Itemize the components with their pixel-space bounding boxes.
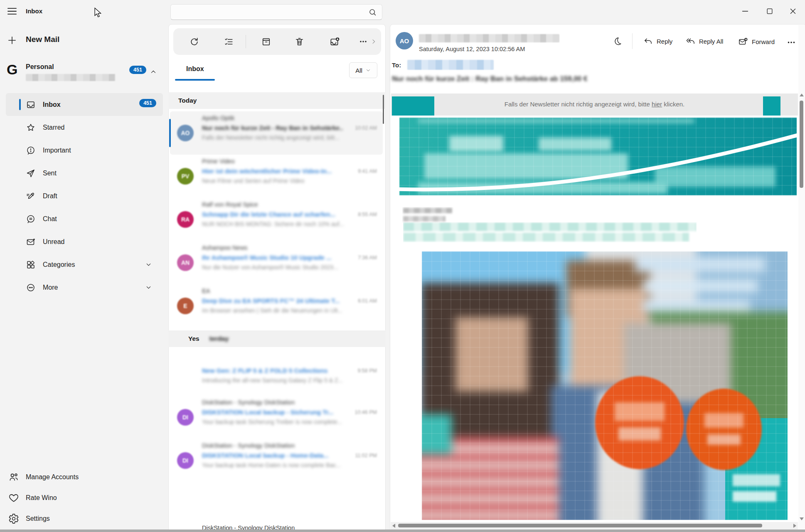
delete-button[interactable] <box>291 33 308 50</box>
select-mode-button[interactable] <box>220 33 237 50</box>
avatar: AO <box>177 125 194 141</box>
email-subject: DISKSTATION Local backup - Home-Data... <box>202 452 343 459</box>
email-subject: Hier ist dein wöchentlicher Prime Video-… <box>202 167 343 175</box>
draft-pencil-icon <box>26 191 36 201</box>
sidebar-item-categories[interactable]: Categories <box>6 253 163 276</box>
email-row[interactable]: DI DiskStation - Synology DiskStation DI… <box>170 396 383 439</box>
actions-divider <box>632 33 633 49</box>
account-unread-badge: 451 <box>129 66 146 74</box>
reply-all-button[interactable]: Reply All <box>686 37 723 46</box>
inbox-unread-badge: 451 <box>139 99 156 107</box>
scroll-left-arrow[interactable] <box>392 524 395 528</box>
email-row[interactable]: E EA Deep Dive zu EA SPORTS FC™ 24 Ultim… <box>170 284 383 328</box>
close-button[interactable] <box>783 3 803 20</box>
horizontal-scrollbar[interactable] <box>391 522 798 530</box>
scroll-up-arrow[interactable] <box>800 94 804 96</box>
minimize-button[interactable] <box>736 3 755 20</box>
sidebar-item-important[interactable]: Important <box>6 139 163 162</box>
email-sender: Ashampoo News <box>202 244 352 251</box>
maximize-button[interactable] <box>760 3 779 20</box>
mark-read-button[interactable] <box>326 33 343 50</box>
notice-text: Falls der Newsletter nicht richtig angez… <box>391 101 798 108</box>
sidebar-item-inbox[interactable]: Inbox 451 <box>6 93 163 116</box>
reply-button[interactable]: Reply <box>643 37 672 46</box>
archive-button[interactable] <box>258 33 274 50</box>
avatar: RA <box>177 211 194 228</box>
dark-mode-toggle[interactable] <box>613 37 622 46</box>
email-time: 8:55 AM <box>358 212 377 217</box>
refresh-button[interactable] <box>186 33 202 50</box>
email-sender: DiskStation - Synology DiskStation <box>202 399 352 406</box>
notice-link[interactable]: hier <box>652 101 662 108</box>
email-subject: New Gen: Z FLIP 5 & Z FOLD 5 Collections <box>202 367 343 374</box>
settings-button[interactable]: Settings <box>0 509 166 529</box>
filter-dropdown[interactable]: All <box>349 62 377 78</box>
chevron-down-icon[interactable] <box>145 261 152 268</box>
mouse-cursor <box>94 7 103 18</box>
sidebar-item-sent[interactable]: Sent <box>6 162 163 185</box>
chevron-down-icon[interactable] <box>145 284 152 291</box>
sidebar-item-label: Draft <box>43 192 57 200</box>
app-window: Inbox New Mail G Personal 451 Inbox 451 … <box>0 0 805 532</box>
email-subject: Deep Dive zu EA SPORTS FC™ 24 Ultimate T… <box>202 297 343 304</box>
email-row[interactable]: RA Ralf von Royal Spice Schnapp Dir die … <box>170 198 383 241</box>
email-preview: Introducing the all-new Samsung Galaxy Z… <box>202 377 368 384</box>
chevron-up-icon[interactable] <box>150 68 157 76</box>
rate-wino-button[interactable]: Rate Wino <box>0 488 166 508</box>
section-header-today: Today <box>168 92 386 109</box>
forward-button[interactable]: Forward <box>738 37 775 47</box>
search-box[interactable] <box>170 4 382 20</box>
email-preview: Neue Filme und Serien auf Prime Video <box>202 177 368 184</box>
email-row[interactable]: PV Prime Video Hier ist dein wöchentlich… <box>170 155 383 198</box>
scroll-right-arrow[interactable] <box>793 524 796 528</box>
email-row[interactable]: AO Apollo Optik Nur noch für kurze Zeit … <box>170 111 383 155</box>
hamburger-icon <box>6 5 18 17</box>
sidebar-item-more[interactable]: More <box>6 276 163 299</box>
email-sender: Apollo Optik <box>202 115 352 121</box>
rate-wino-label: Rate Wino <box>26 494 57 502</box>
email-subject: Nur noch für kurze Zeit - Ray Ban in Seh… <box>202 124 343 131</box>
window-title: Inbox <box>26 7 42 15</box>
tab-inbox[interactable]: Inbox <box>186 65 204 73</box>
unread-mail-icon <box>26 237 36 247</box>
body-intro-redacted <box>402 207 502 224</box>
inbox-icon <box>26 100 36 110</box>
moon-icon <box>613 37 622 46</box>
vertical-scrollbar[interactable] <box>798 25 805 530</box>
manage-accounts-button[interactable]: Manage Accounts <box>0 467 166 487</box>
email-subject: DISKSTATION Local backup - Sicherung Tr.… <box>202 409 343 416</box>
star-icon <box>26 123 36 133</box>
scroll-down-arrow[interactable] <box>800 517 804 520</box>
email-sender: Prime Video <box>202 158 352 165</box>
message-more-button[interactable] <box>786 37 796 47</box>
sidebar-item-chat[interactable]: Chat <box>6 207 163 230</box>
avatar: DI <box>177 409 194 426</box>
account-name: Personal <box>26 63 54 71</box>
sidebar-item-draft[interactable]: Draft <box>6 185 163 207</box>
scrollbar-thumb[interactable] <box>800 101 803 188</box>
scrollbar-thumb[interactable] <box>398 524 762 527</box>
list-scrollbar-thumb[interactable] <box>383 95 384 124</box>
toolbar-expand-button[interactable] <box>368 33 379 50</box>
trash-icon <box>294 37 305 47</box>
new-mail-button[interactable]: New Mail <box>7 31 165 50</box>
search-input[interactable] <box>176 6 369 19</box>
email-row[interactable]: AN Ashampoo News Ihr Ashampoo® Music Stu… <box>170 241 383 284</box>
selected-indicator <box>169 119 171 147</box>
email-row[interactable]: New Gen: Z FLIP 5 & Z FOLD 5 Collections… <box>170 351 383 394</box>
sidebar-item-unread[interactable]: Unread <box>6 230 163 253</box>
reply-label: Reply <box>657 38 672 45</box>
active-tab-underline <box>175 79 215 81</box>
email-row[interactable]: DI DiskStation - Synology DiskStation DI… <box>170 439 383 482</box>
email-sender: Ralf von Royal Spice <box>202 201 352 208</box>
sidebar-item-label: Categories <box>43 261 75 268</box>
window-bottom-edge <box>0 530 805 532</box>
sidebar-item-starred[interactable]: Starred <box>6 116 163 139</box>
manage-accounts-label: Manage Accounts <box>26 473 79 481</box>
sale-badge-circle <box>686 389 762 470</box>
account-row[interactable]: G Personal 451 <box>0 58 168 87</box>
hamburger-menu-button[interactable] <box>6 5 18 17</box>
forward-label: Forward <box>752 38 775 45</box>
newsletter-hero-banner <box>399 118 797 195</box>
email-time: 9:41 AM <box>358 168 377 174</box>
